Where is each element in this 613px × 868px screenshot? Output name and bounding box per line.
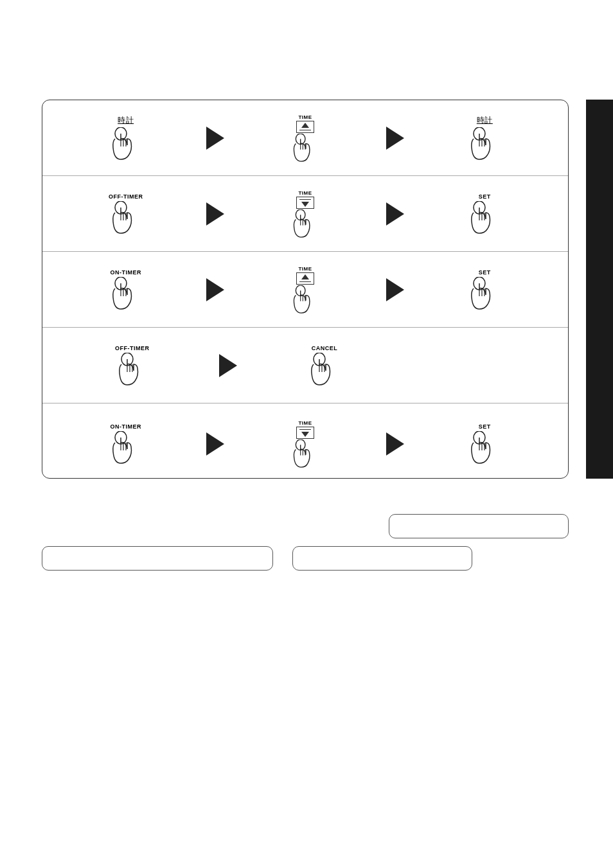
set-label-1: SET [479,193,491,200]
cell-3-3: SET [414,269,555,310]
arrow-5-2 [376,432,414,456]
set-button-2: SET [468,269,501,310]
time-down-arrow-2 [301,202,309,207]
cell-5-3: SET [414,423,555,465]
arrow-icon-5-2 [386,432,404,456]
row-1: 時計 TIME [42,100,568,176]
time-button-3: TIME [291,266,319,314]
cell-1-2: TIME [235,114,375,162]
time-box-5 [296,427,314,439]
arrow-3-1 [196,278,235,301]
cell-5-1: ON-TIMER [55,423,196,465]
time-label-1: TIME [298,114,312,120]
on-timer-button-1: ON-TIMER [109,269,143,310]
hand-icon-1 [109,127,143,161]
hand-icon-1b [468,127,501,161]
cell-4-2: CANCEL [247,345,401,386]
time-button-1: TIME [291,114,319,162]
time-button-5: TIME [291,420,319,468]
clock-button-2: 時計 [468,115,501,161]
hand-icon-time-2 [291,209,319,238]
off-timer-button-2: OFF-TIMER [115,345,150,386]
row-5: ON-TIMER TIME [42,403,568,484]
hand-icon-5 [109,431,143,465]
bottom-row-2 [42,546,569,571]
row-4: OFF-TIMER CANCEL [42,328,568,403]
clock-label-1: 時計 [118,115,134,126]
cancel-label: CANCEL [312,345,338,351]
cell-2-3: SET [414,193,555,235]
hand-icon-time-3 [291,285,319,314]
clock-button-1: 時計 [109,115,143,161]
arrow-icon-2-1 [206,202,224,226]
on-timer-label-1: ON-TIMER [110,269,141,276]
time-line-5 [299,429,311,430]
arrow-icon-3-2 [386,278,404,301]
hand-icon-time-5 [291,439,319,468]
info-box-bottom-right [292,546,472,571]
cell-1-1: 時計 [55,115,196,161]
off-timer-label-1: OFF-TIMER [109,193,143,200]
cancel-button: CANCEL [308,345,341,386]
arrow-icon-1-2 [386,127,404,150]
arrow-3-2 [376,278,414,301]
arrow-icon-4-1 [219,354,237,377]
cell-5-2: TIME [235,420,375,468]
time-up-arrow-3 [301,274,309,279]
time-label-2: TIME [298,190,312,196]
time-box-2 [296,197,314,209]
cell-3-1: ON-TIMER [55,269,196,310]
bottom-row-1 [42,514,569,538]
set-label-2: SET [479,269,491,276]
right-sidebar [586,100,613,479]
clock-label-2: 時計 [477,115,493,126]
row-3: ON-TIMER TIME [42,252,568,328]
hand-icon-set-3 [468,431,501,465]
arrow-5-1 [196,432,235,456]
off-timer-button-1: OFF-TIMER [109,193,143,235]
hand-icon-time-1 [291,134,319,162]
time-up-arrow-1 [301,123,309,128]
time-label-5: TIME [298,420,312,426]
time-box-3 [296,272,314,285]
arrow-icon-2-2 [386,202,404,226]
cell-2-2: TIME [235,190,375,238]
hand-icon-set-1 [468,201,501,235]
time-line-3 [299,281,311,282]
instruction-box: 時計 TIME [42,100,569,479]
info-box-top-right [389,514,569,538]
time-box-1 [296,121,314,133]
hand-icon-4 [116,353,149,386]
on-timer-label-2: ON-TIMER [110,423,141,430]
arrow-1-2 [376,127,414,150]
arrow-4-1 [209,354,247,377]
on-timer-button-2: ON-TIMER [109,423,143,465]
time-label-3: TIME [298,266,312,272]
arrow-1-1 [196,127,235,150]
off-timer-label-2: OFF-TIMER [115,345,150,351]
hand-icon-cancel [308,353,341,386]
cell-2-1: OFF-TIMER [55,193,196,235]
cell-4-1: OFF-TIMER [55,345,209,386]
arrow-icon-3-1 [206,278,224,301]
cell-3-2: TIME [235,266,375,314]
bottom-section [42,514,569,571]
set-button-3: SET [468,423,501,465]
arrow-2-2 [376,202,414,226]
arrow-icon-1-1 [206,127,224,150]
time-line-1 [299,130,311,130]
time-down-arrow-5 [301,432,309,437]
arrow-2-1 [196,202,235,226]
row-2: OFF-TIMER TIME [42,176,568,252]
cell-1-3: 時計 [414,115,555,161]
hand-icon-set-2 [468,277,501,310]
page: 時計 TIME [0,0,613,868]
set-button-1: SET [468,193,501,235]
hand-icon-2 [109,201,143,235]
arrow-icon-5-1 [206,432,224,456]
time-button-2: TIME [291,190,319,238]
time-line-2 [299,199,311,200]
set-label-3: SET [479,423,491,430]
info-box-bottom-left [42,546,273,571]
hand-icon-3 [109,277,143,310]
